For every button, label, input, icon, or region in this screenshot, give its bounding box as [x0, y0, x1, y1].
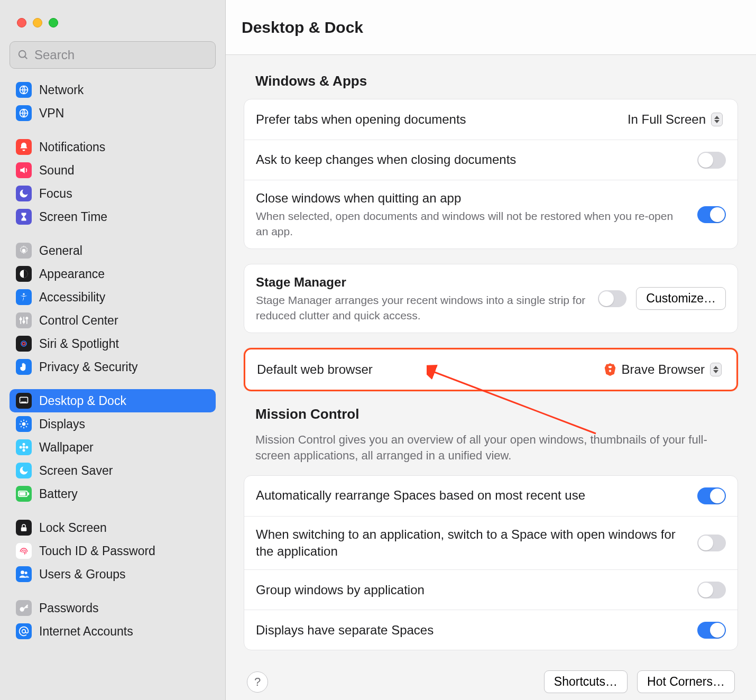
row-auto-rearrange: Automatically rearrange Spaces based on …	[244, 476, 737, 516]
sidebar-item-siri-spotlight[interactable]: Siri & Spotlight	[10, 332, 216, 355]
battery-icon	[16, 486, 32, 502]
sidebar-item-focus[interactable]: Focus	[10, 182, 216, 205]
sidebar-item-label: General	[39, 244, 82, 258]
svg-rect-33	[28, 492, 30, 495]
sidebar-item-label: Desktop & Dock	[39, 394, 126, 408]
svg-point-30	[25, 446, 28, 449]
sidebar-item-label: Users & Groups	[39, 567, 126, 582]
key-icon	[16, 600, 32, 616]
svg-point-29	[20, 446, 22, 449]
sidebar-item-label: Screen Time	[39, 210, 107, 224]
sidebar-item-wallpaper[interactable]: Wallpaper	[10, 436, 216, 459]
help-button[interactable]: ?	[247, 671, 268, 693]
sidebar-item-appearance[interactable]: Appearance	[10, 262, 216, 285]
sidebar-item-accessibility[interactable]: Accessibility	[10, 285, 216, 309]
sidebar-item-label: Privacy & Security	[39, 360, 138, 374]
svg-point-5	[23, 293, 24, 295]
main-content: Desktop & Dock Windows & Apps Prefer tab…	[226, 0, 756, 700]
hot-corners-button[interactable]: Hot Corners…	[637, 670, 735, 693]
hourglass-icon	[16, 209, 32, 225]
titlebar: Desktop & Dock	[226, 0, 756, 55]
row-switch-space: When switching to an application, switch…	[244, 516, 737, 570]
toggle-auto-rearrange[interactable]	[697, 487, 726, 504]
sidebar-item-label: Appearance	[39, 267, 105, 281]
globe-icon	[16, 105, 32, 121]
toggle-stage-manager[interactable]	[598, 290, 626, 307]
svg-point-10	[23, 321, 24, 323]
select-default-browser[interactable]: Brave Browser	[598, 361, 725, 378]
sidebar-item-battery[interactable]: Battery	[10, 482, 216, 505]
svg-rect-16	[21, 402, 26, 403]
svg-point-38	[22, 630, 26, 633]
sidebar-item-general[interactable]: General	[10, 239, 216, 262]
toggle-group-windows[interactable]	[697, 582, 726, 598]
label-auto-rearrange: Automatically rearrange Spaces based on …	[256, 487, 688, 504]
toggle-switch-space[interactable]	[697, 535, 726, 551]
sidebar-item-label: Battery	[39, 487, 78, 501]
toggle-ask-keep[interactable]	[697, 152, 726, 169]
sidebar-item-vpn[interactable]: VPN	[10, 102, 216, 125]
sidebar-item-label: Touch ID & Password	[39, 544, 155, 558]
label-separate-spaces: Displays have separate Spaces	[256, 622, 688, 639]
sidebar-item-network[interactable]: Network	[10, 78, 216, 102]
customize-stage-manager-button[interactable]: Customize…	[636, 287, 726, 310]
select-prefer-tabs-value: In Full Screen	[628, 112, 706, 127]
svg-line-22	[21, 421, 22, 422]
svg-point-37	[20, 607, 24, 611]
card-stage-manager: Stage Manager Stage Manager arranges you…	[244, 264, 738, 333]
label-prefer-tabs: Prefer tabs when opening documents	[256, 111, 613, 128]
row-close-quit: Close windows when quitting an app When …	[244, 180, 737, 248]
svg-point-28	[23, 449, 25, 452]
card-mission-control: Automatically rearrange Spaces based on …	[244, 475, 738, 651]
select-prefer-tabs[interactable]: In Full Screen	[622, 111, 726, 128]
sliders-icon	[16, 312, 32, 328]
row-default-browser: Default web browser Brave Browser	[245, 349, 736, 390]
fingerprint-icon	[16, 543, 32, 559]
sidebar-item-passwords[interactable]: Passwords	[10, 596, 216, 620]
close-window-button[interactable]	[17, 18, 26, 27]
toggle-separate-spaces[interactable]	[697, 622, 726, 639]
sidebar-item-desktop-dock[interactable]: Desktop & Dock	[10, 389, 216, 412]
sidebar-item-sound[interactable]: Sound	[10, 159, 216, 182]
sidebar-item-privacy-security[interactable]: Privacy & Security	[10, 355, 216, 379]
sidebar-item-displays[interactable]: Displays	[10, 412, 216, 436]
label-group-windows: Group windows by application	[256, 582, 688, 598]
window-controls	[10, 11, 216, 41]
search-field[interactable]	[10, 41, 216, 69]
label-stage-manager: Stage Manager	[256, 274, 588, 291]
hand-icon	[16, 359, 32, 375]
chevron-up-down-icon	[711, 113, 723, 126]
sidebar-item-control-center[interactable]: Control Center	[10, 309, 216, 332]
sidebar-item-screen-time[interactable]: Screen Time	[10, 205, 216, 228]
search-input[interactable]	[34, 48, 208, 62]
sidebar-item-label: Sound	[39, 163, 75, 178]
sidebar-item-lock-screen[interactable]: Lock Screen	[10, 516, 216, 539]
toggle-close-quit[interactable]	[697, 206, 726, 223]
card-windows-apps: Prefer tabs when opening documents In Fu…	[244, 99, 738, 249]
brave-icon	[604, 363, 616, 376]
section-header-windows-apps: Windows & Apps	[255, 73, 738, 89]
shortcuts-button[interactable]: Shortcuts…	[544, 670, 628, 693]
svg-point-35	[21, 570, 24, 574]
sidebar-item-internet-accounts[interactable]: Internet Accounts	[10, 620, 216, 643]
svg-rect-32	[20, 492, 26, 496]
label-switch-space: When switching to an application, switch…	[256, 526, 688, 560]
sidebar-item-screen-saver[interactable]: Screen Saver	[10, 459, 216, 482]
sidebar-item-label: Control Center	[39, 314, 118, 328]
section-desc-mission-control: Mission Control gives you an overview of…	[255, 432, 710, 463]
sidebar-item-label: VPN	[39, 106, 64, 121]
zoom-window-button[interactable]	[49, 18, 58, 27]
desc-stage-manager: Stage Manager arranges your recent windo…	[256, 293, 588, 323]
minimize-window-button[interactable]	[33, 18, 42, 27]
svg-point-36	[25, 572, 27, 574]
flower-icon	[16, 439, 32, 455]
sidebar-item-notifications[interactable]: Notifications	[10, 135, 216, 159]
moon-icon	[16, 186, 32, 201]
label-ask-keep: Ask to keep changes when closing documen…	[256, 151, 688, 168]
row-group-windows: Group windows by application	[244, 569, 737, 610]
svg-line-25	[21, 426, 22, 427]
sidebar-item-users-groups[interactable]: Users & Groups	[10, 563, 216, 586]
svg-point-27	[23, 443, 25, 446]
speaker-icon	[16, 162, 32, 178]
sidebar-item-touch-id-password[interactable]: Touch ID & Password	[10, 539, 216, 563]
